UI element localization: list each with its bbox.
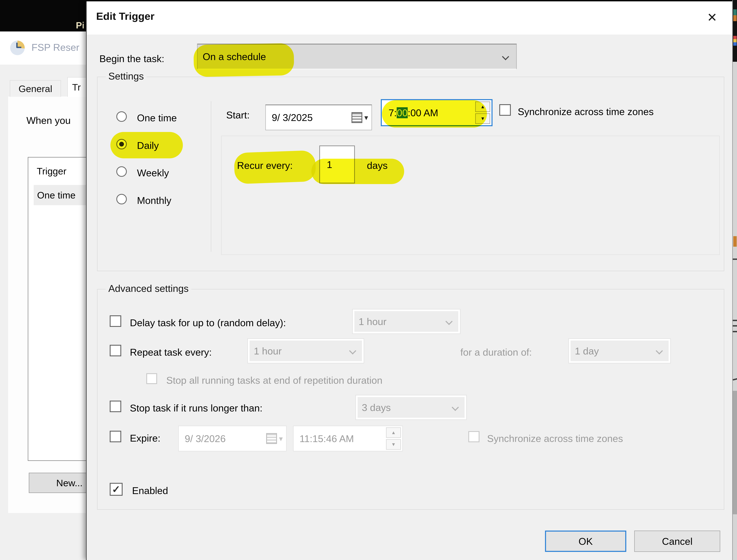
stop-task-combobox-inner: 3 days [357,397,465,418]
chevron-down-icon [502,53,509,60]
check-icon: ✓ [112,483,120,495]
radio-weekly-label: Weekly [137,167,169,178]
tab-general-label: General [18,83,52,94]
cancel-button-label: Cancel [662,536,693,547]
dialog-title: Edit Trigger [96,10,154,22]
scrollbar-thumb[interactable] [733,391,737,514]
highlight-days [311,159,404,184]
sliver-line [733,259,737,260]
calendar-icon [266,433,277,444]
expire-spin-buttons: ▲ ▼ [386,426,402,451]
radio-monthly[interactable] [116,194,127,204]
duration-combobox-inner: 1 day [571,341,669,361]
stop-all-label: Stop all running tasks at end of repetit… [166,375,383,386]
edit-trigger-dialog: Edit Trigger ✕ Begin the task: On a sche… [86,1,732,560]
enabled-label: Enabled [132,485,168,496]
delay-label: Delay task for up to (random delay): [130,317,286,328]
duration-combobox: 1 day [568,338,671,363]
stop-task-label: Stop task if it runs longer than: [130,402,262,414]
trigger-list-header: Trigger [37,166,66,177]
radio-one-time-label: One time [137,112,177,124]
stop-task-checkbox[interactable] [110,401,121,412]
highlight-recur-every [234,150,316,184]
calendar-icon [351,112,362,123]
delay-value: 1 hour [354,316,458,327]
new-button-label: New... [56,477,83,488]
tab-triggers-label: Tr [72,82,81,93]
clock-icon [10,41,25,55]
enabled-checkbox[interactable]: ✓ [110,483,123,496]
highlight-on-a-schedule [193,43,294,77]
sliver-line [733,331,737,332]
radio-monthly-label: Monthly [137,195,171,206]
close-icon[interactable]: ✕ [703,8,721,27]
expire-date-picker: 9/ 3/2026 ▾ [178,426,287,451]
tab-triggers[interactable]: Tr [67,77,87,97]
radio-one-time[interactable] [116,111,127,122]
highlight-daily [110,132,183,158]
dropdown-arrow-icon: ▾ [279,434,283,443]
synchronize-label: Synchronize across time zones [518,106,654,117]
delay-checkbox[interactable] [110,315,121,327]
synchronize2-checkbox[interactable] [468,431,480,442]
ok-button-label: OK [579,536,593,547]
settings-divider [211,101,211,252]
start-label: Start: [226,109,250,121]
expire-checkbox[interactable] [110,431,121,442]
settings-legend: Settings [106,70,147,82]
list-item[interactable]: One time [34,185,87,205]
clock-hand [17,47,21,48]
window-icon-fragment [733,236,737,247]
expire-date-value: 9/ 3/2026 [179,433,266,444]
synchronize-checkbox[interactable] [499,104,511,116]
stop-task-value: 3 days [357,402,465,413]
repeat-label: Repeat task every: [130,346,212,358]
repeat-combobox: 1 hour [247,338,364,363]
cancel-button[interactable]: Cancel [634,531,720,552]
expire-time-value: 11:15:46 AM [293,433,386,444]
highlight-start-time [382,100,487,128]
radio-weekly[interactable] [116,166,127,177]
synchronize2-label: Synchronize across time zones [487,433,623,444]
advanced-legend: Advanced settings [106,283,191,294]
start-date-picker[interactable]: 9/ 3/2025 ▾ [265,105,372,130]
right-edge-sliver [732,0,737,560]
begin-task-label: Begin the task: [99,53,164,64]
start-date-value: 9/ 3/2025 [266,112,351,123]
stop-all-checkbox[interactable] [146,373,157,384]
expire-label: Expire: [130,432,160,444]
sliver-line [733,325,737,327]
delay-combobox: 1 hour [352,309,461,334]
stop-task-combobox: 3 days [355,395,467,420]
repeat-value: 1 hour [249,345,362,357]
delay-combobox-inner: 1 hour [354,311,458,332]
spin-down-button: ▼ [386,439,401,450]
background-body-text: When you [26,115,71,126]
dialog-titlebar [87,1,732,35]
repeat-checkbox[interactable] [110,345,121,356]
repeat-combobox-inner: 1 hour [249,341,362,361]
spin-up-button: ▲ [386,427,401,438]
taskbar-text: Pi [76,20,84,30]
ok-button[interactable]: OK [545,531,626,552]
trigger-list: Trigger One time [28,157,87,461]
list-item-label: One time [37,190,75,201]
duration-label: for a duration of: [460,346,532,358]
background-window-title: FSP Reser [31,42,79,53]
sliver-line [733,320,737,321]
tab-general[interactable]: General [10,80,61,97]
dropdown-arrow-icon: ▾ [364,113,368,122]
sliver-line [733,378,737,381]
taskbar-icon-fragment [733,36,737,46]
duration-value: 1 day [571,345,669,357]
screen: Pi FSP Reser General Tr When you Trigger… [0,0,737,560]
expire-time-spinner: 11:15:46 AM ▲ ▼ [293,426,403,451]
taskbar-icon-fragment [733,9,737,21]
